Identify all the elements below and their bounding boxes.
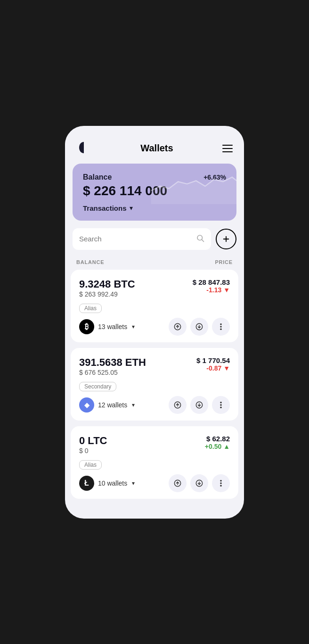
transactions-chevron-icon: ▾ xyxy=(130,204,133,212)
btc-logo: ₿ xyxy=(79,319,94,334)
balance-col-header: BALANCE xyxy=(76,259,104,265)
ltc-receive-button[interactable] xyxy=(190,474,208,492)
transactions-label: Transactions xyxy=(83,204,127,212)
btc-send-button[interactable] xyxy=(169,318,187,336)
btc-more-button[interactable] xyxy=(212,318,230,336)
eth-wallet-info[interactable]: ◆ 12 wallets ▾ xyxy=(79,397,135,413)
eth-more-button[interactable] xyxy=(212,396,230,414)
btc-amount: 9.3248 BTC xyxy=(79,278,135,290)
search-input[interactable] xyxy=(79,235,192,243)
balance-card: Balance +6.63% $ 226 114 000 Transaction… xyxy=(73,164,236,221)
transactions-row[interactable]: Transactions ▾ xyxy=(83,204,226,212)
page-title: Wallets xyxy=(140,143,173,154)
menu-icon[interactable] xyxy=(222,145,233,152)
search-icon xyxy=(196,234,204,244)
ltc-more-button[interactable] xyxy=(212,474,230,492)
eth-receive-button[interactable] xyxy=(190,396,208,414)
svg-point-26 xyxy=(220,485,222,487)
btc-wallet-info[interactable]: ₿ 13 wallets ▾ xyxy=(79,319,135,334)
btc-receive-button[interactable] xyxy=(190,318,208,336)
ltc-send-button[interactable] xyxy=(169,474,187,492)
svg-point-17 xyxy=(220,401,222,403)
ltc-wallet-count: 10 wallets xyxy=(98,479,127,487)
svg-point-19 xyxy=(220,406,222,408)
eth-change: -0.87 ▼ xyxy=(196,364,230,372)
ltc-price: $ 62.82 xyxy=(205,435,230,443)
eth-send-button[interactable] xyxy=(169,396,187,414)
header: Wallets xyxy=(65,135,244,164)
eth-card: 391.5638 ETH $ 676 525.05 $ 1 770.54 -0.… xyxy=(71,348,238,421)
phone-frame: Wallets Balance +6.63% $ 226 114 000 Tra… xyxy=(65,126,244,519)
ltc-change: +0.50 ▲ xyxy=(205,443,230,450)
ltc-alias: Alias xyxy=(79,460,102,470)
balance-label: Balance xyxy=(83,173,112,182)
ltc-wallet-info[interactable]: Ł 10 wallets ▾ xyxy=(79,476,135,491)
btc-wallets-chevron-icon: ▾ xyxy=(132,323,135,330)
btc-card: 9.3248 BTC $ 263 992.49 $ 28 847.83 -1.1… xyxy=(71,270,238,342)
logo-icon xyxy=(76,140,91,157)
btc-alias: Alias xyxy=(79,304,102,313)
svg-point-24 xyxy=(220,479,222,481)
btc-change: -1.13 ▼ xyxy=(193,286,230,294)
btc-usd-value: $ 263 992.49 xyxy=(79,290,135,298)
ltc-logo: Ł xyxy=(79,476,94,491)
column-headers: BALANCE PRICE xyxy=(65,256,244,270)
svg-point-18 xyxy=(220,404,222,406)
eth-price: $ 1 770.54 xyxy=(196,356,230,364)
balance-chart xyxy=(146,164,236,204)
svg-point-25 xyxy=(220,482,222,484)
ltc-usd-value: $ 0 xyxy=(79,447,107,454)
eth-alias: Secondary xyxy=(79,382,116,391)
eth-logo: ◆ xyxy=(79,397,94,413)
btc-price: $ 28 847.83 xyxy=(193,278,230,286)
price-col-header: PRICE xyxy=(215,259,233,265)
svg-point-11 xyxy=(220,326,222,328)
ltc-card: 0 LTC $ 0 $ 62.82 +0.50 ▲ Alias Ł 10 wal… xyxy=(71,426,238,499)
eth-wallets-chevron-icon: ▾ xyxy=(132,402,135,408)
btc-wallet-count: 13 wallets xyxy=(98,323,127,330)
add-wallet-button[interactable] xyxy=(216,229,236,249)
ltc-amount: 0 LTC xyxy=(79,435,107,447)
eth-amount: 391.5638 ETH xyxy=(79,356,146,369)
search-row xyxy=(65,228,244,256)
svg-line-3 xyxy=(202,239,203,241)
eth-wallet-count: 12 wallets xyxy=(98,401,127,409)
svg-point-10 xyxy=(220,323,222,325)
eth-usd-value: $ 676 525.05 xyxy=(79,369,146,376)
ltc-wallets-chevron-icon: ▾ xyxy=(132,480,135,487)
svg-point-12 xyxy=(220,328,222,330)
search-container xyxy=(73,228,211,250)
